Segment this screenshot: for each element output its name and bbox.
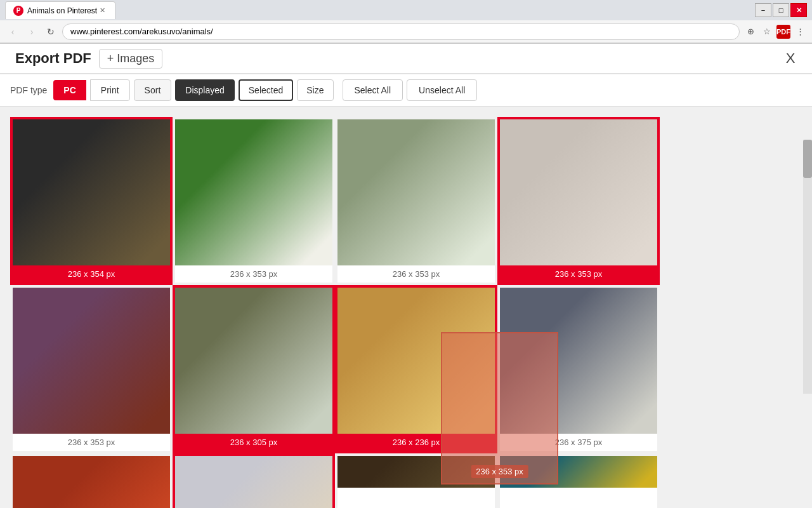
image-cell-1[interactable]: 236 x 354 px [13,119,170,283]
image-label-7: 236 x 236 px [337,434,495,451]
image-cell-3[interactable]: 236 x 353 px [337,119,495,283]
image-label-2: 236 x 353 px [175,265,332,283]
forward-btn[interactable]: › [24,24,39,39]
image-container-4 [500,119,657,265]
window-minimize-btn[interactable]: − [755,3,771,17]
image-cell-12[interactable] [500,456,657,508]
unselect-all-button[interactable]: Unselect All [407,79,477,101]
image-cell-4[interactable]: 236 x 353 px [500,119,657,283]
image-label-4: 236 x 353 px [500,265,657,283]
image-container-6 [175,288,332,434]
image-container-1 [13,119,170,265]
image-cell-6[interactable]: 236 x 305 px [175,288,332,451]
tab-title: Animals on Pinterest [27,6,97,15]
image-label-8: 236 x 375 px [500,434,657,451]
image-container-9 [13,456,170,508]
size-button[interactable]: Size [297,79,333,101]
image-container-2 [175,119,332,265]
back-btn[interactable]: ‹ [5,24,20,39]
pc-button[interactable]: PC [53,80,86,100]
menu-icon[interactable]: ⋮ [793,25,807,39]
image-cell-7[interactable]: 236 x 236 px [337,288,495,451]
app-close-button[interactable]: X [779,47,802,70]
select-all-button[interactable]: Select All [343,79,403,101]
image-cell-11[interactable] [337,456,495,508]
window-maximize-btn[interactable]: □ [773,3,789,17]
address-bar: ‹ › ↻ ⊕ ☆ PDF ⋮ [0,20,812,43]
image-cell-10[interactable]: 236 x 354 px [175,456,332,508]
image-container-5 [13,288,170,434]
image-cell-9[interactable]: 236 x 235 px [13,456,170,508]
image-container-11 [337,456,495,488]
export-pdf-button[interactable]: Export PDF [10,48,96,69]
url-input[interactable] [62,23,740,40]
browser-toolbar-icons: ⊕ ☆ PDF ⋮ [743,25,807,39]
scrollbar-thumb[interactable] [803,140,812,178]
image-label-3: 236 x 353 px [337,265,495,283]
refresh-btn[interactable]: ↻ [43,24,58,39]
image-container-10 [175,456,332,508]
pinterest-favicon [13,6,23,16]
tab-close-btn[interactable]: ✕ [97,6,107,16]
image-cell-8[interactable]: 236 x 375 px [500,288,657,451]
browser-chrome: Animals on Pinterest ✕ − □ ✕ ‹ › ↻ ⊕ ☆ P… [0,0,812,44]
displayed-button[interactable]: Displayed [175,79,234,101]
image-container-12 [500,456,657,488]
pdf-type-label: PDF type [10,85,47,95]
image-label-5: 236 x 353 px [13,434,170,451]
image-label-1: 236 x 354 px [13,265,170,283]
app-toolbar: Export PDF + Images X [0,44,812,74]
add-images-button[interactable]: + Images [99,49,163,69]
browser-tab[interactable]: Animals on Pinterest ✕ [5,1,115,19]
window-close-btn[interactable]: ✕ [790,3,807,17]
image-container-7 [337,288,495,434]
selected-button[interactable]: Selected [239,79,293,101]
title-bar: Animals on Pinterest ✕ − □ ✕ [0,0,812,20]
image-cell-5[interactable]: 236 x 353 px [13,288,170,451]
controls-bar: PDF type PC Print Sort Displayed Selecte… [0,74,812,107]
image-container-3 [337,119,495,265]
print-button[interactable]: Print [90,79,130,101]
cast-icon: ⊕ [743,25,757,39]
image-label-6: 236 x 305 px [175,434,332,451]
sort-button[interactable]: Sort [134,79,172,101]
image-cell-2[interactable]: 236 x 353 px [175,119,332,283]
bookmark-icon[interactable]: ☆ [760,25,774,39]
window-controls: − □ ✕ [755,3,807,17]
image-grid: 236 x 354 px 236 x 353 px 236 x 353 px 2… [0,107,812,508]
pdf-extension-icon[interactable]: PDF [776,25,790,39]
scrollbar[interactable] [803,140,812,394]
image-container-8 [500,288,657,434]
